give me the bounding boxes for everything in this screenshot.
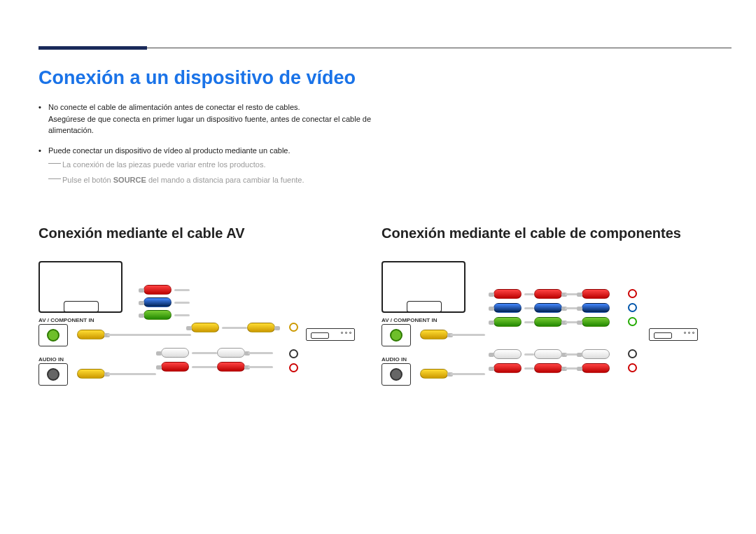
note-text: La conexión de las piezas puede variar e… xyxy=(62,160,265,169)
plug-white-icon xyxy=(534,349,562,359)
plug-green-icon xyxy=(144,310,172,320)
wire xyxy=(174,314,190,316)
wire xyxy=(524,367,534,370)
player-device-icon xyxy=(306,328,355,341)
dash-icon xyxy=(48,178,61,179)
page-title: Conexión a un dispositivo de vídeo xyxy=(38,67,356,89)
diagram-av: AV / COMPONENT IN AUDIO IN xyxy=(38,254,388,408)
wire xyxy=(107,373,156,375)
label-av-component: AV / COMPONENT IN xyxy=(38,317,94,323)
wire xyxy=(174,289,190,291)
section-av-cable: Conexión mediante el cable AV AV / COMPO… xyxy=(38,225,388,408)
wire xyxy=(524,293,534,295)
plug-red-icon xyxy=(161,362,189,372)
jack-red-icon xyxy=(628,363,637,372)
jack-black-icon xyxy=(390,368,402,381)
header-accent-bar xyxy=(38,46,147,50)
jack-yellow-icon xyxy=(289,323,298,332)
bullet-text: No conecte el cable de alimentación ante… xyxy=(48,101,402,136)
jack-green-icon xyxy=(47,329,59,342)
plug-red-icon xyxy=(144,285,172,295)
jack-white-icon xyxy=(628,349,637,358)
wire xyxy=(222,327,247,329)
plug-red-icon xyxy=(534,363,562,373)
plug-blue-icon xyxy=(144,297,172,307)
footnote: Pulse el botón SOURCE del mando a distan… xyxy=(48,174,402,187)
plug-yellow-icon xyxy=(247,323,275,332)
player-device-icon xyxy=(649,328,698,341)
plug-red-icon xyxy=(493,363,522,373)
bullet-item: • Puede conectar un dispositivo de vídeo… xyxy=(38,145,402,157)
jack-red-icon xyxy=(289,363,298,372)
plug-yellow-icon xyxy=(191,323,219,332)
plug-red-icon xyxy=(582,363,610,373)
plug-green-icon xyxy=(582,317,610,327)
bullet-mark-icon: • xyxy=(38,101,48,136)
section-title: Conexión mediante el cable AV xyxy=(38,225,388,241)
jack-red-icon xyxy=(628,289,637,298)
bullet-text: Puede conectar un dispositivo de vídeo a… xyxy=(48,145,290,157)
note-bold: SOURCE xyxy=(113,176,146,184)
plug-blue-icon xyxy=(493,303,522,313)
jack-black-icon xyxy=(47,368,59,381)
wire xyxy=(524,307,534,309)
diagram-component: AV / COMPONENT IN AUDIO IN xyxy=(382,254,732,408)
port-audio-in xyxy=(38,363,68,386)
tv-icon xyxy=(382,261,465,313)
plug-blue-icon xyxy=(582,303,610,313)
wire xyxy=(450,334,485,336)
plug-green-icon xyxy=(493,317,522,327)
plug-white-icon xyxy=(493,349,522,359)
note-text-prefix: Pulse el botón xyxy=(62,176,113,184)
plug-white-icon xyxy=(582,349,610,359)
wire xyxy=(450,373,485,375)
jack-green-icon xyxy=(390,329,402,342)
footnote: La conexión de las piezas puede variar e… xyxy=(48,159,402,171)
bullet-mark-icon: • xyxy=(38,145,48,157)
plug-red-icon xyxy=(217,362,245,372)
player-dots-icon xyxy=(684,332,694,334)
wire xyxy=(192,366,217,368)
bullet-item: • No conecte el cable de alimentación an… xyxy=(38,101,402,136)
port-av-component xyxy=(382,324,411,346)
note-text-suffix: del mando a distancia para cambiar la fu… xyxy=(146,176,304,184)
jack-green-icon xyxy=(628,317,637,326)
wire xyxy=(248,366,273,368)
label-audio-in: AUDIO IN xyxy=(382,356,407,363)
wire xyxy=(107,334,191,336)
plug-red-icon xyxy=(582,289,610,299)
plug-white-icon xyxy=(217,348,245,358)
jack-blue-icon xyxy=(628,303,637,312)
tv-icon xyxy=(38,261,122,313)
port-audio-in xyxy=(382,363,411,386)
plug-yellow-icon xyxy=(77,330,105,339)
wire xyxy=(248,352,273,354)
wire xyxy=(524,321,534,323)
wire xyxy=(192,352,217,354)
plug-green-icon xyxy=(534,317,562,327)
player-dots-icon xyxy=(341,332,351,334)
intro-text-block: • No conecte el cable de alimentación an… xyxy=(38,101,402,186)
wire xyxy=(174,302,190,304)
wire xyxy=(524,353,534,356)
jack-white-icon xyxy=(289,349,298,358)
plug-blue-icon xyxy=(534,303,562,313)
plug-white-icon xyxy=(161,348,189,358)
section-component-cable: Conexión mediante el cable de componente… xyxy=(382,225,732,408)
plug-yellow-icon xyxy=(77,369,105,379)
label-av-component: AV / COMPONENT IN xyxy=(382,317,437,323)
plug-red-icon xyxy=(534,289,562,299)
plug-yellow-icon xyxy=(420,330,448,339)
plug-red-icon xyxy=(493,289,522,299)
port-av-component xyxy=(38,324,68,346)
dash-icon xyxy=(48,163,61,164)
plug-yellow-icon xyxy=(420,369,448,379)
label-audio-in: AUDIO IN xyxy=(38,356,64,363)
section-title: Conexión mediante el cable de componente… xyxy=(382,225,732,241)
